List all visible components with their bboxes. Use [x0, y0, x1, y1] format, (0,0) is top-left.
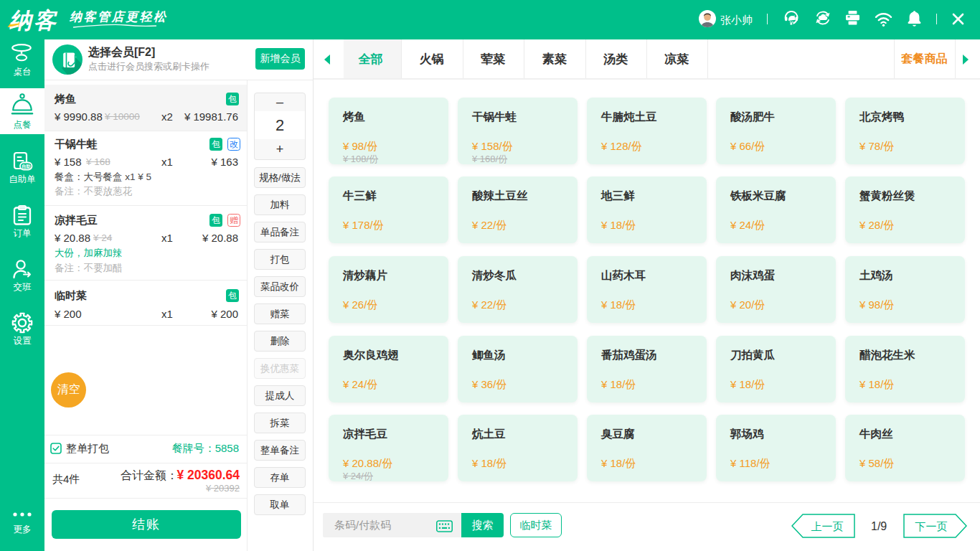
svg-text:上一页: 上一页: [811, 520, 844, 532]
svg-text:自助: 自助: [22, 164, 31, 169]
svg-text:下一页: 下一页: [915, 520, 948, 532]
